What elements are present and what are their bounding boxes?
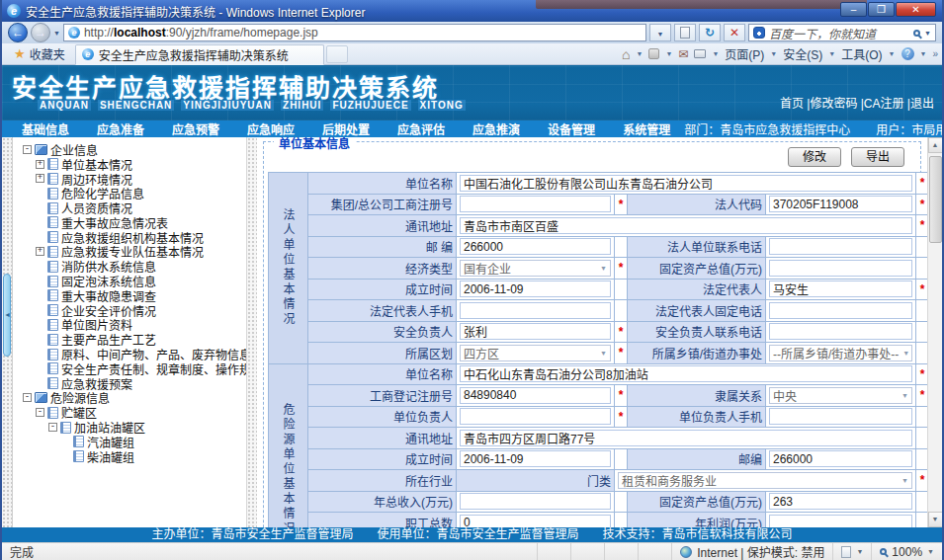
tree-item[interactable]: 应急救援组织机构基本情况 — [13, 230, 246, 245]
modify-button[interactable]: 修改 — [788, 147, 841, 167]
input-field[interactable]: 张利 — [460, 323, 611, 340]
input-field[interactable]: 2006-11-09 — [460, 280, 611, 297]
tools-menu[interactable]: 工具(O) — [841, 45, 882, 62]
tree-item[interactable]: 重大事故隐患调查 — [13, 288, 246, 303]
nav-item[interactable]: 应急响应 — [233, 120, 308, 137]
input-field[interactable] — [769, 408, 912, 425]
nav-item[interactable]: 后期处置 — [308, 120, 384, 137]
collapse-icon[interactable]: - — [23, 393, 32, 402]
input-field[interactable] — [769, 260, 912, 277]
tree-main-splitter[interactable] — [246, 137, 257, 527]
stop-button[interactable]: ✕ — [724, 24, 745, 41]
select-field[interactable]: 中央▼ — [769, 387, 912, 404]
input-field[interactable] — [769, 302, 912, 319]
input-field[interactable] — [769, 515, 912, 527]
tree-item[interactable]: 危险化学品信息 — [13, 186, 246, 200]
input-field[interactable] — [769, 323, 912, 340]
close-button[interactable]: ✕ — [896, 2, 936, 17]
input-field[interactable]: 中国石油化工股份有限公司山东青岛石油分公司 — [460, 175, 912, 192]
tree-item[interactable]: -危险源信息 — [13, 391, 246, 406]
scroll-down-icon[interactable]: ▼ — [928, 512, 943, 527]
input-field[interactable]: 370205F119008 — [769, 196, 912, 212]
nav-item[interactable]: 基础信息 — [8, 120, 83, 137]
search-options-icon[interactable]: ▼ — [924, 30, 931, 37]
tree-item[interactable]: 汽油罐组 — [13, 435, 246, 449]
address-input[interactable]: e http://localhost:90/yjzh/frame/homepag… — [63, 24, 646, 41]
back-button[interactable]: ← — [8, 23, 28, 42]
input-field[interactable]: 中石化山东青岛石油分公司8加油站 — [460, 365, 912, 382]
tree-item[interactable]: -企业信息 — [13, 142, 246, 157]
header-link[interactable]: 退出 — [910, 97, 934, 111]
input-field[interactable]: 2006-11-09 — [460, 450, 611, 467]
input-field[interactable]: 青岛市市南区百盛 — [460, 217, 912, 234]
forward-button[interactable]: → — [31, 23, 50, 42]
input-field[interactable]: 266000 — [460, 238, 611, 255]
tree-item[interactable]: -贮罐区 — [13, 405, 246, 420]
input-field[interactable]: 青岛市四方区周口路77号 — [460, 430, 912, 446]
input-field[interactable]: 0 — [460, 515, 611, 527]
input-field[interactable] — [460, 302, 611, 319]
search-input[interactable]: 百度一下，你就知道 ▼ — [748, 24, 936, 41]
select-field[interactable]: 四方区▼ — [460, 345, 611, 361]
favorites-button[interactable]: ★ 收藏夹 — [6, 44, 73, 64]
export-button[interactable]: 导出 — [851, 147, 904, 167]
input-field[interactable]: 84890840 — [460, 387, 611, 404]
mail-icon[interactable]: ✉ — [678, 47, 688, 61]
tree-item[interactable]: 重大事故应急情况表 — [13, 215, 246, 230]
collapse-icon[interactable]: - — [23, 145, 32, 154]
input-field[interactable] — [460, 196, 611, 212]
tree-item[interactable]: 单位图片资料 — [13, 318, 246, 333]
minimize-button[interactable]: – — [840, 2, 867, 17]
select-field[interactable]: --所属乡镇/街道办事处--▼ — [769, 345, 912, 361]
tree-item[interactable]: +单位基本情况 — [13, 157, 246, 172]
splitter-collapse-handle[interactable]: ◄ — [3, 274, 11, 357]
help-icon[interactable]: ? — [901, 47, 914, 60]
expand-icon[interactable]: + — [36, 174, 44, 183]
nav-item[interactable]: 应急评估 — [384, 120, 459, 137]
tree-item[interactable]: +周边环境情况 — [13, 172, 246, 187]
tree-item[interactable]: 企业安全评价情况 — [13, 303, 246, 318]
new-tab-button[interactable] — [326, 45, 348, 63]
scroll-up-icon[interactable]: ▲ — [928, 137, 943, 153]
tree-item[interactable]: 消防供水系统信息 — [13, 259, 246, 274]
tree-item[interactable]: -加油站油罐区 — [13, 420, 246, 435]
nav-item[interactable]: 应急推演 — [459, 120, 534, 137]
overflow-chevron-icon[interactable]: » — [932, 48, 938, 59]
tree-item[interactable]: 应急救援预案 — [13, 376, 246, 391]
tree-item[interactable]: 人员资质情况 — [13, 200, 246, 215]
tree-item[interactable]: +应急救援专业队伍基本情况 — [13, 245, 246, 260]
expand-icon[interactable]: + — [36, 247, 44, 256]
scrollbar-thumb[interactable] — [929, 156, 942, 243]
maximize-button[interactable]: ❐ — [868, 2, 895, 17]
protected-mode-dropdown[interactable]: ▼ — [832, 543, 871, 560]
tree-item[interactable]: 主要产品生产工艺 — [13, 332, 246, 347]
address-dropdown-button[interactable]: ▼ — [649, 24, 671, 41]
input-field[interactable] — [460, 408, 611, 425]
tree-item[interactable]: 固定泡沫系统信息 — [13, 274, 246, 288]
nav-item[interactable]: 应急预警 — [158, 120, 233, 137]
tab-active[interactable]: e 安全生产应急救援指挥辅助决策系统 — [75, 44, 324, 65]
expand-icon[interactable]: + — [36, 160, 44, 169]
history-dropdown-icon[interactable]: ▼ — [53, 30, 60, 37]
nav-item[interactable]: 系统管理 — [609, 120, 684, 137]
nav-item[interactable]: 应急准备 — [83, 120, 158, 137]
tree-item[interactable]: 安全生产责任制、规章制度、操作规程信息 — [13, 361, 246, 376]
safety-menu[interactable]: 安全(S) — [783, 45, 822, 62]
vertical-scrollbar[interactable]: ▲ ▼ — [927, 137, 942, 527]
refresh-button[interactable]: ↻ — [699, 24, 721, 41]
select-field[interactable]: 国有企业▼ — [460, 260, 611, 277]
input-field[interactable] — [460, 493, 611, 510]
tree-item[interactable]: 柴油罐组 — [13, 449, 246, 464]
page-menu[interactable]: 页面(P) — [725, 45, 764, 62]
collapse-icon[interactable]: - — [48, 423, 57, 432]
input-field[interactable]: 马安生 — [769, 280, 912, 297]
search-icon[interactable] — [913, 30, 920, 37]
input-field[interactable]: 263 — [769, 493, 912, 510]
tree-item[interactable]: 原料、中间产物、产品、废弃物信息 — [13, 347, 246, 361]
select-field[interactable]: 租赁和商务服务业▼ — [618, 472, 912, 489]
collapse-icon[interactable]: - — [36, 408, 44, 417]
header-link[interactable]: 首页 — [780, 97, 804, 111]
zoom-control[interactable]: 100% ▼ — [871, 543, 942, 560]
compatibility-view-button[interactable] — [674, 24, 696, 41]
print-icon[interactable] — [694, 49, 706, 58]
